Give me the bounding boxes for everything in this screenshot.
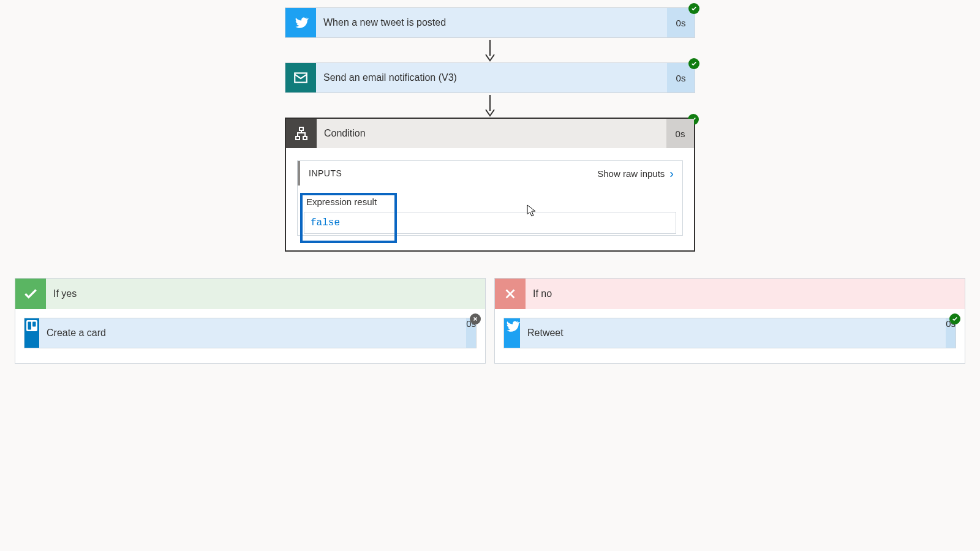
svg-rect-8 bbox=[32, 322, 36, 327]
trigger-title: When a new tweet is posted bbox=[316, 8, 667, 37]
if-no-header[interactable]: If no bbox=[495, 279, 965, 309]
expression-result-label: Expression result bbox=[306, 197, 676, 207]
email-title: Send an email notification (V3) bbox=[316, 63, 667, 92]
trello-icon bbox=[24, 318, 39, 348]
condition-card[interactable]: Condition 0s INPUTS Show raw inputs › Ex… bbox=[285, 118, 695, 252]
create-card-title: Create a card bbox=[39, 318, 466, 348]
retweet-action[interactable]: Retweet 0s bbox=[503, 318, 956, 348]
create-card-action[interactable]: Create a card 0s bbox=[24, 318, 477, 348]
condition-icon bbox=[286, 119, 317, 148]
inputs-panel: INPUTS Show raw inputs › Expression resu… bbox=[297, 160, 683, 236]
svg-rect-7 bbox=[28, 322, 32, 330]
condition-header[interactable]: Condition 0s bbox=[286, 119, 694, 148]
success-check-icon bbox=[688, 58, 699, 69]
twitter-icon bbox=[504, 318, 520, 348]
mail-icon bbox=[285, 63, 316, 92]
chevron-right-icon: › bbox=[669, 167, 674, 179]
success-check-icon bbox=[688, 3, 699, 14]
show-raw-label: Show raw inputs bbox=[597, 168, 665, 179]
expression-result-value: false bbox=[304, 212, 676, 234]
flow-arrow bbox=[483, 93, 497, 118]
show-raw-inputs-link[interactable]: Show raw inputs › bbox=[597, 167, 674, 179]
main-flow-column: When a new tweet is posted 0s Send an em… bbox=[285, 7, 695, 252]
trigger-card[interactable]: When a new tweet is posted 0s bbox=[285, 7, 695, 38]
inputs-heading: INPUTS bbox=[309, 168, 342, 178]
check-icon bbox=[15, 279, 46, 309]
expression-result-block: Expression result false bbox=[304, 197, 676, 234]
condition-body: INPUTS Show raw inputs › Expression resu… bbox=[286, 148, 694, 250]
condition-duration: 0s bbox=[666, 119, 694, 148]
retweet-title: Retweet bbox=[520, 318, 946, 348]
success-check-icon bbox=[949, 313, 960, 324]
flow-canvas: When a new tweet is posted 0s Send an em… bbox=[0, 0, 980, 551]
inputs-panel-header: INPUTS Show raw inputs › bbox=[298, 161, 682, 186]
condition-title: Condition bbox=[317, 119, 666, 148]
email-action-card[interactable]: Send an email notification (V3) 0s bbox=[285, 62, 695, 93]
if-yes-header[interactable]: If yes bbox=[15, 279, 485, 309]
x-icon bbox=[495, 279, 526, 309]
svg-rect-4 bbox=[296, 137, 300, 140]
svg-rect-5 bbox=[303, 137, 307, 140]
twitter-icon bbox=[285, 8, 316, 37]
svg-rect-3 bbox=[300, 127, 303, 130]
skipped-x-icon bbox=[470, 313, 481, 324]
flow-arrow bbox=[483, 38, 497, 62]
if-yes-branch: If yes Create a card 0s bbox=[15, 278, 486, 364]
if-no-branch: If no Retweet 0s bbox=[494, 278, 965, 364]
if-yes-label: If yes bbox=[46, 279, 485, 309]
if-no-label: If no bbox=[526, 279, 965, 309]
condition-branches: If yes Create a card 0s If no bbox=[15, 278, 965, 364]
